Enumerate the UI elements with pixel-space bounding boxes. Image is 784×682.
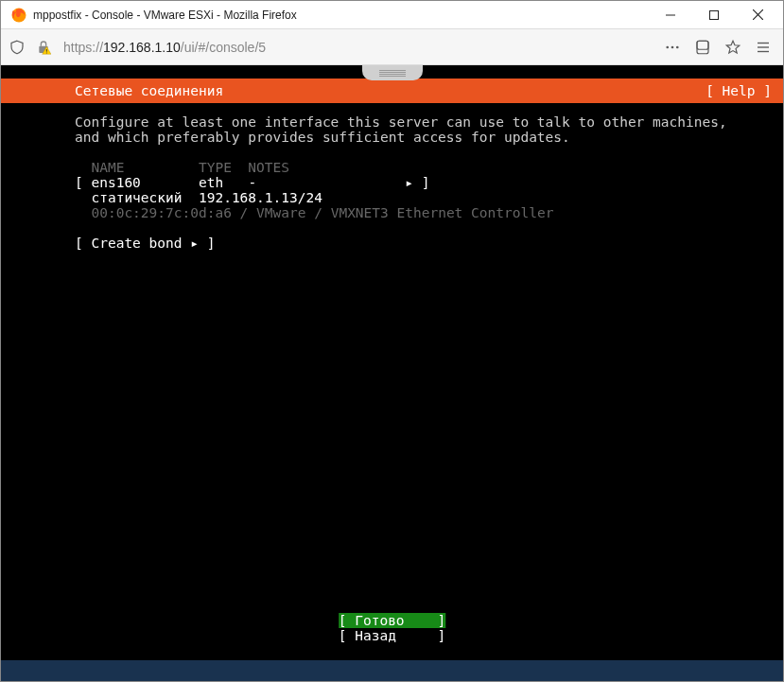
svg-rect-7	[46, 49, 47, 52]
create-bond-button[interactable]: [ Create bond ▸ ]	[75, 236, 215, 251]
interface-row[interactable]: [ ens160 eth - ▸ ]	[75, 175, 429, 190]
minimize-button[interactable]	[649, 1, 692, 29]
svg-rect-2	[710, 10, 719, 19]
bookmark-star-icon[interactable]	[724, 39, 741, 56]
svg-point-11	[676, 45, 679, 48]
instruction-line-2: and which preferably provides sufficient…	[75, 130, 570, 145]
svg-rect-8	[46, 52, 47, 53]
grip-icon	[379, 70, 406, 77]
hamburger-menu-icon[interactable]	[755, 39, 772, 56]
done-button[interactable]: [ Готово ]	[339, 613, 446, 628]
interface-hw-row: 00:0c:29:7c:0d:a6 / VMware / VMXNET3 Eth…	[75, 205, 553, 220]
svg-rect-12	[697, 41, 708, 54]
window-title: mppostfix - Console - VMware ESXi - Mozi…	[33, 9, 649, 22]
url-scheme: https://	[63, 40, 103, 55]
firefox-icon	[10, 7, 27, 24]
window-titlebar: mppostfix - Console - VMware ESXi - Mozi…	[1, 1, 783, 29]
installer-title: Сетевые соединения	[75, 83, 223, 98]
action-buttons: [ Готово ] [ Назад ]	[339, 613, 446, 643]
window-controls	[649, 1, 779, 29]
back-button[interactable]: [ Назад ]	[339, 628, 446, 643]
lock-warning-icon[interactable]	[35, 39, 52, 56]
installer-header: Сетевые соединения [ Help ]	[1, 79, 783, 103]
terminal-body: Configure at least one interface this se…	[1, 103, 783, 251]
page-actions-icon[interactable]	[664, 39, 681, 56]
maximize-button[interactable]	[692, 1, 736, 29]
instruction-line-1: Configure at least one interface this se…	[75, 114, 727, 130]
close-button[interactable]	[736, 1, 779, 29]
vmware-console[interactable]: Сетевые соединения [ Help ] Configure at…	[1, 65, 783, 682]
vmware-topstrip	[1, 65, 783, 79]
vmware-status-bar	[1, 660, 783, 682]
interface-config-row: статический 192.168.1.13/24	[75, 190, 322, 205]
url-host: 192.168.1.10	[103, 40, 181, 55]
vmware-pull-tab[interactable]	[362, 65, 423, 80]
svg-rect-13	[697, 41, 708, 49]
reader-mode-icon[interactable]	[694, 39, 711, 56]
column-headers: NAME TYPE NOTES	[75, 160, 289, 175]
help-button[interactable]: [ Help ]	[706, 83, 772, 98]
tracking-shield-icon[interactable]	[9, 39, 26, 56]
svg-point-9	[666, 45, 669, 48]
url-input[interactable]: https://192.168.1.10/ui/#/console/5	[61, 36, 654, 59]
url-path: /ui/#/console/5	[181, 40, 266, 55]
svg-point-10	[671, 45, 674, 48]
address-bar: https://192.168.1.10/ui/#/console/5	[1, 29, 783, 65]
